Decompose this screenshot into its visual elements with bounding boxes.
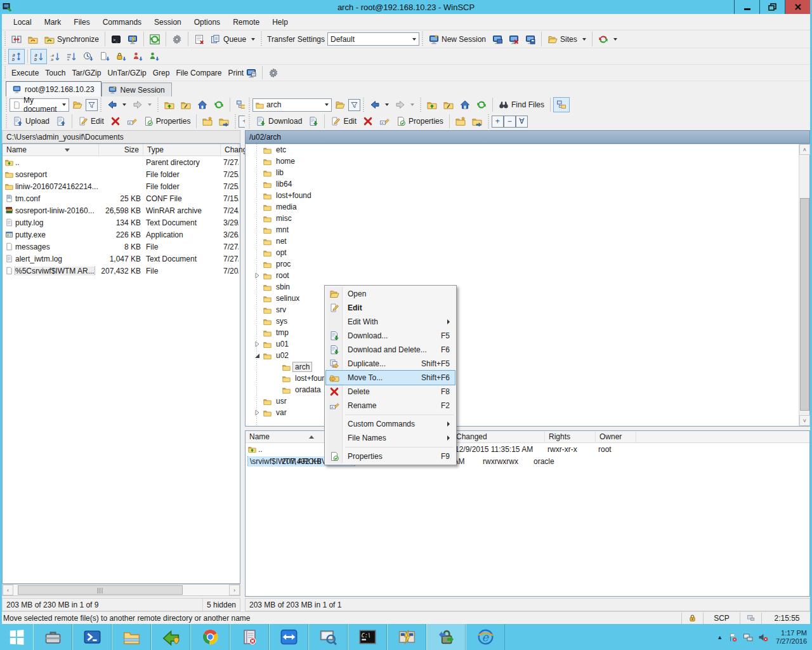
remote-open-directory-button[interactable] <box>332 97 348 112</box>
tree-item[interactable]: lost+found <box>246 190 809 201</box>
local-open-directory-button[interactable] <box>69 97 86 112</box>
local-root-dir-button[interactable] <box>178 97 194 112</box>
tree-item[interactable]: misc <box>246 213 809 224</box>
volume-muted-icon[interactable] <box>758 632 768 642</box>
remote-new-folder-button[interactable] <box>452 114 469 129</box>
menu-item-properties[interactable]: PropertiesF9 <box>326 449 455 463</box>
sort-by-name-button[interactable]: ab <box>30 49 47 64</box>
taskbar-clock[interactable]: 1:17 PM 7/27/2016 <box>773 629 807 646</box>
menu-mark[interactable]: Mark <box>38 15 68 29</box>
save-session-button[interactable] <box>522 32 539 47</box>
menu-item-download[interactable]: Download...F5 <box>326 329 455 343</box>
tree-vertical-scrollbar[interactable]: ˄ ˅ <box>799 144 809 426</box>
tree-filter-button[interactable]: ∀ <box>516 116 528 128</box>
taskbar-putty[interactable] <box>387 624 426 650</box>
tree-item[interactable]: proc <box>246 258 809 270</box>
queue-enable-button[interactable] <box>191 32 207 47</box>
tree-item[interactable]: mnt <box>246 224 809 235</box>
tab-session-root[interactable]: root@192.168.10.23 <box>6 81 102 96</box>
tree-collapse-button[interactable]: − <box>504 116 516 128</box>
preferences-button[interactable] <box>169 32 185 47</box>
tree-item[interactable]: root <box>246 270 809 281</box>
column-header-rights[interactable]: Rights <box>545 431 596 443</box>
sites-button[interactable]: Sites <box>544 32 589 47</box>
tab-new-session[interactable]: New Session <box>102 83 172 96</box>
sort-by-owner-button[interactable] <box>129 49 146 64</box>
taskbar-powershell[interactable] <box>72 624 112 650</box>
menu-item-move-to[interactable]: Move To...Shift+F6 <box>326 371 455 385</box>
file-row[interactable]: ..Parent directory7/27/2 <box>3 156 240 168</box>
taskbar-file-explorer[interactable] <box>112 624 151 650</box>
expand-arrow-icon[interactable] <box>253 272 261 279</box>
touch-button[interactable]: Touch <box>42 66 69 80</box>
file-row[interactable]: liniw-20160724162214...File folder7/25/2 <box>3 180 240 192</box>
local-delete-button[interactable] <box>107 114 124 129</box>
file-row[interactable]: alert_iwtm.log1,047 KBText Document7/27/… <box>3 253 240 265</box>
download-button[interactable]: Download <box>252 114 305 129</box>
session-duration[interactable]: 2:15:55 <box>761 613 812 624</box>
column-header-owner[interactable]: Owner <box>596 431 636 443</box>
upload-button[interactable]: Upload <box>10 114 53 129</box>
menu-item-duplicate[interactable]: Duplicate...Shift+F5 <box>326 357 455 371</box>
remote-forward-button[interactable] <box>392 97 417 112</box>
taskbar-internet-explorer[interactable]: e <box>466 624 505 650</box>
taskbar-transfer-app[interactable] <box>151 624 190 650</box>
find-files-button[interactable]: Find Files <box>495 97 547 112</box>
remote-go-folder-button[interactable] <box>469 114 485 129</box>
tree-item[interactable]: media <box>246 201 809 213</box>
local-properties-button[interactable]: Properties <box>140 114 194 129</box>
expand-arrow-icon[interactable] <box>253 409 261 416</box>
taskbar-cmd[interactable]: C:\ <box>348 624 387 650</box>
customize-commands-button[interactable] <box>265 65 282 81</box>
taskbar-chrome[interactable] <box>190 624 230 650</box>
local-rename-button[interactable]: x <box>124 114 140 129</box>
column-header-changed[interactable]: Changed <box>452 431 545 443</box>
remote-edit-button[interactable]: Edit <box>327 114 360 129</box>
local-go-folder-button[interactable] <box>216 114 232 129</box>
column-header-name[interactable]: Name <box>3 144 99 156</box>
print-button[interactable]: Print <box>225 65 259 81</box>
synchronize-button[interactable]: Synchronize <box>41 32 102 47</box>
sync-browsing-button[interactable] <box>8 32 25 47</box>
sort-by-type-button[interactable] <box>96 49 113 64</box>
menu-remote[interactable]: Remote <box>226 15 266 29</box>
remote-tree-toggle-button[interactable] <box>553 97 570 112</box>
column-header-name[interactable]: Name <box>246 431 325 443</box>
local-forward-button[interactable] <box>129 97 155 112</box>
remote-refresh-button[interactable] <box>473 97 490 112</box>
column-header-changed[interactable]: Changed <box>221 144 239 156</box>
start-button[interactable] <box>0 624 33 650</box>
grep-button[interactable]: Grep <box>150 66 173 80</box>
new-session-button[interactable]: New Session <box>426 32 489 47</box>
close-session-button[interactable] <box>506 32 522 47</box>
local-parent-dir-button[interactable] <box>161 97 178 112</box>
menu-local[interactable]: Local <box>7 15 38 29</box>
remote-parent-dir-button[interactable] <box>424 97 440 112</box>
local-filter-button[interactable] <box>86 99 98 111</box>
minimize-button[interactable] <box>734 0 759 14</box>
menu-item-open[interactable]: Open <box>326 287 455 301</box>
sort-by-size-button[interactable] <box>63 49 80 64</box>
remote-properties-button[interactable]: Properties <box>393 114 447 129</box>
local-horizontal-scrollbar[interactable]: ‹ › ||| <box>2 584 240 596</box>
remote-root-dir-button[interactable] <box>440 97 457 112</box>
action-center-flag-icon[interactable] <box>728 632 738 642</box>
menu-help[interactable]: Help <box>266 15 294 29</box>
local-path-bar[interactable]: C:\Users\admin_yousif\Documents <box>2 130 240 143</box>
menu-item-file-names[interactable]: File Names <box>326 431 455 445</box>
sort-by-extension-button[interactable]: .a.b <box>47 49 63 64</box>
open-terminal-button[interactable]: >_ <box>108 32 124 47</box>
close-button[interactable] <box>785 0 810 14</box>
refresh-session-button[interactable] <box>147 32 163 47</box>
taskbar-search-tool[interactable] <box>308 624 348 650</box>
local-home-dir-button[interactable] <box>194 97 211 112</box>
remote-filter-button[interactable] <box>348 99 360 111</box>
remote-path-bar[interactable]: /u02/arch <box>245 130 810 143</box>
remote-rename-button[interactable]: x <box>376 114 393 129</box>
local-drive-select[interactable]: My document <box>10 98 69 112</box>
transfer-settings-select[interactable]: Default <box>327 32 419 46</box>
synchronize-dirs-button[interactable] <box>25 32 41 47</box>
file-row[interactable]: Atm.conf25 KBCONF File7/15/2 <box>3 192 240 204</box>
file-row[interactable]: putty.log134 KBText Document3/29/2 <box>3 216 240 229</box>
remote-delete-button[interactable] <box>360 114 376 129</box>
